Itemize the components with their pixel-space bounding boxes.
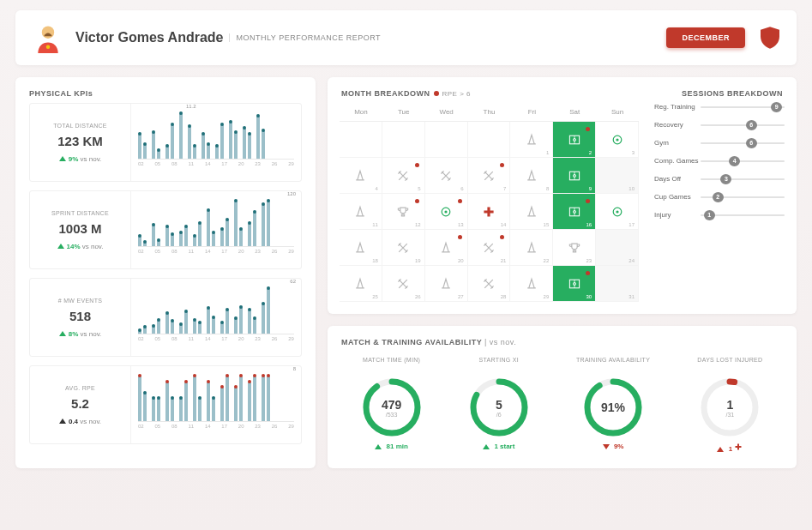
calendar-cell[interactable]: 13 <box>425 194 468 230</box>
calendar-cell[interactable]: 3 <box>596 122 639 158</box>
metric-value: 5 <box>496 398 502 412</box>
metric-title: TRAINING AVAILABILITY <box>576 357 650 372</box>
calendar-cell[interactable]: 11 <box>340 194 382 230</box>
calendar-cell[interactable]: 19 <box>382 230 425 266</box>
session-row: Gym 6 <box>654 139 785 147</box>
calendar-cell[interactable]: 28 <box>468 266 511 302</box>
calendar-cell[interactable] <box>340 122 382 158</box>
calendar-cell[interactable]: 29 <box>510 266 553 302</box>
calendar-cell[interactable]: 20 <box>425 230 468 266</box>
session-slider[interactable]: 4 <box>701 160 785 162</box>
kpi-label: Avg. RPE <box>65 385 95 391</box>
weekday-label: Fri <box>510 108 553 116</box>
calendar-cell[interactable] <box>425 122 468 158</box>
session-label: Reg. Training <box>654 103 701 111</box>
metric-title: STARTING XI <box>478 357 519 372</box>
calendar-cell[interactable]: 23 <box>553 230 596 266</box>
session-slider[interactable]: 1 <box>701 214 785 216</box>
day-number: 17 <box>629 222 635 227</box>
calendar-cell[interactable]: 17 <box>596 194 639 230</box>
calendar-cell[interactable]: 15 <box>510 194 553 230</box>
calendar-cell[interactable]: 16 <box>553 194 596 230</box>
weekday-label: Mon <box>340 108 382 116</box>
session-label: Gym <box>654 139 701 147</box>
calendar-cell[interactable]: 8 <box>510 158 553 194</box>
day-number: 19 <box>415 258 421 263</box>
calendar-cell[interactable]: 2 <box>553 122 596 158</box>
metric-delta: 1 <box>717 443 743 453</box>
rpe-marker <box>586 127 590 131</box>
calendar-cell[interactable]: 7 <box>468 158 511 194</box>
breakdown-title: MONTH BREAKDOWN <box>341 89 430 98</box>
metric-delta: 1 start <box>483 443 514 450</box>
kpi-label: # MW EVENTS <box>58 298 103 304</box>
calendar-cell[interactable]: 14 <box>468 194 511 230</box>
day-number: 12 <box>415 222 421 227</box>
day-number: 6 <box>460 186 463 191</box>
session-value: 9 <box>771 102 782 112</box>
calendar-cell[interactable]: 24 <box>596 230 639 266</box>
svg-point-16 <box>616 210 618 213</box>
calendar-cell[interactable]: 4 <box>340 158 382 194</box>
report-subtitle: MONTHLY PERFORMANCE REPORT <box>229 33 382 42</box>
session-slider[interactable]: 6 <box>701 124 785 126</box>
weekday-label: Wed <box>425 108 468 116</box>
day-number: 31 <box>629 294 635 299</box>
calendar-cell[interactable]: 30 <box>553 266 596 302</box>
calendar-cell[interactable]: 6 <box>425 158 468 194</box>
calendar-cell[interactable] <box>382 122 425 158</box>
session-slider[interactable]: 3 <box>701 178 785 180</box>
calendar-cell[interactable]: 25 <box>340 266 382 302</box>
day-number: 25 <box>372 294 378 299</box>
calendar-cell[interactable]: 31 <box>596 266 639 302</box>
session-label: Injury <box>654 211 701 219</box>
kpi-label: TOTAL DISTANCE <box>53 123 107 129</box>
calendar-cell[interactable]: 9 <box>553 158 596 194</box>
calendar-cell[interactable]: 18 <box>340 230 382 266</box>
session-slider[interactable]: 2 <box>701 196 785 198</box>
calendar-cell[interactable]: 26 <box>382 266 425 302</box>
rpe-legend-dot <box>434 91 439 96</box>
calendar-cell[interactable]: 1 <box>510 122 553 158</box>
day-number: 18 <box>372 258 378 263</box>
rpe-marker <box>415 199 419 203</box>
availability-title: MATCH & TRAINING AVAILABILITY <box>341 338 482 346</box>
metric-delta: 81 min <box>375 443 408 450</box>
calendar-cell[interactable]: 22 <box>510 230 553 266</box>
metric-value: 91% <box>601 401 625 414</box>
calendar-cell[interactable]: 5 <box>382 158 425 194</box>
day-number: 10 <box>629 186 635 191</box>
kpi-value: 5.2 <box>71 396 89 411</box>
weekday-label: Tue <box>382 108 425 116</box>
calendar-cell[interactable]: 21 <box>468 230 511 266</box>
session-row: Comp. Games 4 <box>654 157 785 165</box>
session-row: Reg. Training 9 <box>654 103 785 111</box>
player-avatar <box>33 22 63 53</box>
rpe-marker <box>415 163 419 167</box>
session-label: Days Off <box>654 175 701 183</box>
session-value: 1 <box>704 210 715 220</box>
session-value: 4 <box>729 156 740 166</box>
physical-kpis-panel: PHYSICAL KPIs TOTAL DISTANCE 123 KM 9% v… <box>15 77 316 468</box>
session-value: 6 <box>746 138 757 148</box>
kpi-sparkline: 8 02050811141720232629 <box>131 366 301 443</box>
calendar: MonTueWedThuFriSatSun 1 <box>340 103 639 302</box>
session-slider[interactable]: 9 <box>701 106 785 108</box>
calendar-cell[interactable]: 10 <box>596 158 639 194</box>
calendar-cell[interactable]: 12 <box>382 194 425 230</box>
session-label: Comp. Games <box>654 157 701 165</box>
day-number: 23 <box>586 258 592 263</box>
donut-chart: 479 /533 <box>362 377 422 437</box>
session-row: Cup Games 2 <box>654 193 785 201</box>
day-number: 28 <box>501 294 507 299</box>
session-slider[interactable]: 6 <box>701 142 785 144</box>
day-number: 21 <box>501 258 507 263</box>
day-number: 16 <box>586 222 592 227</box>
rpe-marker <box>500 163 504 167</box>
day-number: 9 <box>589 186 592 191</box>
donut-chart: 91% <box>583 377 643 437</box>
month-selector-button[interactable]: DECEMBER <box>666 27 745 48</box>
calendar-cell[interactable]: 27 <box>425 266 468 302</box>
sessions-title: SESSIONS BREAKDOWN <box>682 89 783 98</box>
calendar-cell[interactable] <box>468 122 511 158</box>
